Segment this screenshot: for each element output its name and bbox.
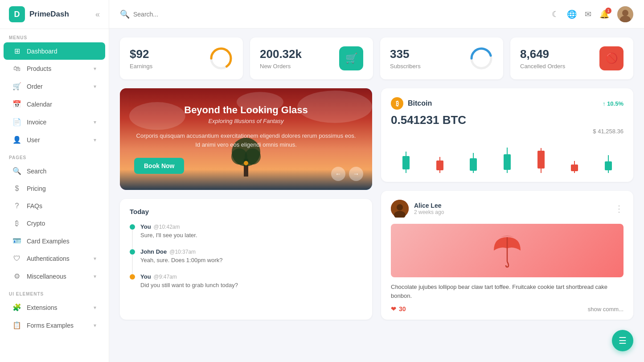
fab-icon: ☰ [619,335,627,346]
sidebar-icon-faqs: ? [12,202,21,210]
bottom-row: Beyond the Looking Glass Exploring Illus… [120,88,633,320]
sidebar-item-user[interactable]: 👤User▾ [4,131,105,148]
post-text: Chocolate jujubes lollipop bear claw tar… [391,283,623,300]
dark-mode-icon[interactable]: ☾ [552,9,559,19]
chat-message: You@9:47amDid you still want to grab lun… [130,272,362,288]
chat-author: You [140,273,151,280]
sidebar-icon-card-examples: 🪪 [12,237,21,245]
stat-card-new-orders: 200.32kNew Orders🛒 [250,37,373,79]
candle [425,157,455,173]
sidebar-item-miscellaneous[interactable]: ⚙Miscellaneous▾ [4,267,105,285]
likes-count: 30 [399,305,406,313]
sidebar-item-faqs[interactable]: ?FAQs [4,197,105,214]
sidebar-label-order: Order [27,83,88,90]
bitcoin-header: ₿ Bitcoin ↑ 10.5% [391,97,623,110]
sidebar-label-crypto: Crypto [27,220,96,227]
user-avatar[interactable] [617,6,633,22]
sidebar-item-products[interactable]: 🛍Products▾ [4,60,105,77]
chat-message-content: You@10:42amSure, I'll see you later. [140,222,197,239]
banner-title: Beyond the Looking Glass [134,104,358,116]
stat-info-earnings: $92Earnings [130,47,152,70]
sidebar-item-authentications[interactable]: 🛡Authentications▾ [4,250,105,267]
sidebar-icon-authentications: 🛡 [12,255,21,263]
sidebar-section-label: UI ELEMENTS [0,285,109,298]
post-image [391,224,623,277]
candle [526,148,556,173]
stat-circle-earnings [209,46,233,70]
left-col: Beyond the Looking Glass Exploring Illus… [120,88,372,320]
post-header: Alice Lee 2 weeks ago ⋮ [391,200,623,218]
sidebar-nav: MENUS⊞Dashboard🛍Products▾🛒Order▾📅Calenda… [0,29,109,334]
chevron-down-icon: ▾ [94,83,96,90]
candle [492,148,522,173]
post-likes[interactable]: ❤ 30 [391,305,406,313]
sidebar-icon-extensions: 🧩 [12,303,21,312]
stat-card-earnings: $92Earnings [120,37,243,79]
stat-label-cancelled-orders: Cancelled Orders [520,63,565,70]
notification-icon[interactable]: 🔔 1 [599,9,609,19]
post-menu-button[interactable]: ⋮ [615,203,623,214]
candle [391,152,421,173]
chat-author: You [140,223,151,230]
sidebar-item-extensions[interactable]: 🧩Extensions▾ [4,299,105,316]
banner-card: Beyond the Looking Glass Exploring Illus… [120,88,372,190]
app-name: PrimeDash [29,10,69,19]
sidebar-label-search: Search [27,168,96,175]
sidebar-icon-search: 🔍 [12,167,21,175]
fab-button[interactable]: ☰ [612,330,633,351]
sidebar-item-crypto[interactable]: ₿Crypto [4,215,105,232]
chat-messages: You@10:42amSure, I'll see you later.John… [130,222,362,288]
chat-message: You@10:42amSure, I'll see you later. [130,222,362,239]
sidebar-item-order[interactable]: 🛒Order▾ [4,78,105,95]
chevron-down-icon: ▾ [94,119,96,125]
search-icon: 🔍 [120,9,130,19]
mail-icon[interactable]: ✉ [585,9,591,19]
stat-value-cancelled-orders: 8,649 [520,47,565,61]
chat-dot [130,274,135,280]
chevron-down-icon: ▾ [94,322,96,329]
stat-info-new-orders: 200.32kNew Orders [260,47,302,70]
sidebar-icon-invoice: 📄 [12,118,21,126]
sidebar-label-calendar: Calendar [27,101,96,108]
sidebar-item-calendar[interactable]: 📅Calendar [4,95,105,113]
sidebar-item-card-examples[interactable]: 🪪Card Examples [4,232,105,250]
sidebar-label-invoice: Invoice [27,119,88,126]
sidebar-label-forms-examples: Forms Examples [27,322,88,329]
book-now-button[interactable]: Book Now [134,158,184,174]
chat-dot [130,224,135,230]
topbar-actions: ☾ 🌐 ✉ 🔔 1 [552,6,633,22]
search-input[interactable] [133,11,545,18]
post-author-info: Alice Lee 2 weeks ago [414,202,444,215]
post-author-name: Alice Lee [414,202,444,209]
banner-text: Corporis quisquam accusantium exercitati… [134,132,358,149]
sidebar-logo: D PrimeDash « [0,0,109,29]
stat-info-cancelled-orders: 8,649Cancelled Orders [520,47,565,70]
chat-dot [130,249,135,255]
sidebar-icon-order: 🛒 [12,82,21,90]
svg-point-16 [397,204,403,210]
chat-message-content: You@9:47amDid you still want to grab lun… [140,272,238,288]
sidebar-item-forms-examples[interactable]: 📋Forms Examples▾ [4,317,105,334]
sidebar-label-extensions: Extensions [27,304,88,311]
sidebar-icon-pricing: $ [12,185,21,193]
chat-author: John Doe [140,248,167,255]
sidebar-label-user: User [27,136,88,144]
sidebar-item-invoice[interactable]: 📄Invoice▾ [4,113,105,131]
chevron-down-icon: ▾ [94,304,96,311]
chat-text: Sure, I'll see you later. [140,232,197,239]
page-content: $92Earnings 200.32kNew Orders🛒335Subscri… [109,29,644,362]
stat-label-new-orders: New Orders [260,63,302,70]
sidebar-collapse-button[interactable]: « [95,10,100,19]
sidebar-item-dashboard[interactable]: ⊞Dashboard [4,42,105,60]
sidebar-item-search[interactable]: 🔍Search [4,162,105,180]
sidebar-icon-forms-examples: 📋 [12,321,21,329]
translate-icon[interactable]: 🌐 [567,9,577,19]
sidebar-item-pricing[interactable]: $Pricing [4,180,105,197]
candle [560,161,590,173]
notification-badge: 1 [605,8,611,14]
bitcoin-name: ₿ Bitcoin [391,97,432,110]
logo-icon: D [9,6,25,22]
post-avatar [391,200,409,218]
show-comments-button[interactable]: show comm... [588,306,623,313]
bitcoin-change: ↑ 10.5% [603,100,623,107]
